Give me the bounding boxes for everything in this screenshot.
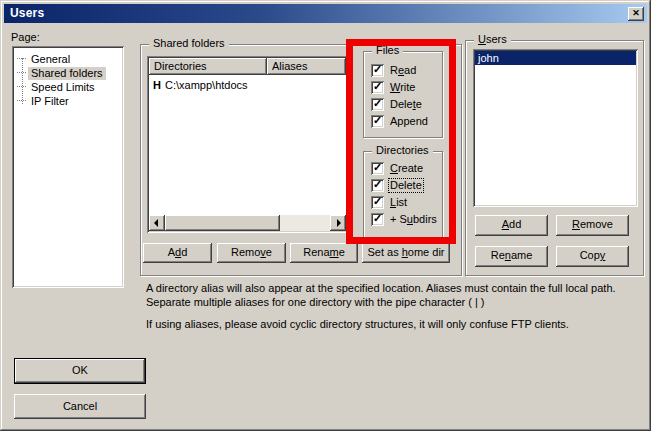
check-icon: ✓ [373, 212, 382, 225]
sidebar-item-shared-folders[interactable]: Shared folders [14, 66, 122, 80]
column-header-directories[interactable]: Directories [149, 58, 267, 75]
column-header-aliases[interactable]: Aliases [267, 58, 346, 75]
add-user-button[interactable]: Add [475, 215, 548, 236]
check-icon: ✓ [373, 80, 382, 93]
checkbox-box[interactable]: ✓ [371, 179, 384, 192]
scroll-left-icon [154, 219, 158, 227]
checkbox-box[interactable]: ✓ [371, 98, 384, 111]
checkbox-box[interactable]: ✓ [371, 115, 384, 128]
scrollbar-thumb[interactable] [165, 215, 280, 231]
alias-help-paragraph-2: If using aliases, please avoid cyclic di… [146, 317, 645, 331]
check-icon: ✓ [373, 97, 382, 110]
scroll-right-icon [337, 219, 341, 227]
users-group-label: Users [474, 33, 511, 46]
checkbox-label: Append [389, 115, 429, 128]
scroll-left-button[interactable] [149, 215, 165, 231]
check-icon: ✓ [373, 161, 382, 174]
set-as-home-dir-button[interactable]: Set as home dir [362, 243, 450, 263]
remove-user-button[interactable]: Remove [556, 215, 629, 236]
checkbox-label: List [389, 196, 408, 209]
checkbox-label: Write [389, 81, 416, 94]
users-listbox[interactable]: john [473, 49, 638, 207]
directory-path: C:\xampp\htdocs [165, 79, 248, 91]
listview-header: Directories Aliases [149, 58, 346, 75]
title-bar[interactable]: Users [4, 4, 647, 23]
directories-listview[interactable]: Directories Aliases H C:\xampp\htdocs [147, 56, 348, 233]
checkbox-subdirs[interactable]: ✓ + Subdirs [371, 213, 438, 226]
checkbox-label: Read [389, 64, 417, 77]
close-icon: ✕ [632, 8, 640, 18]
sidebar-item-label-selected[interactable]: Shared folders [28, 67, 106, 80]
checkbox-delete-file[interactable]: ✓ Delete [371, 98, 423, 111]
add-directory-button[interactable]: Add [143, 243, 212, 263]
page-tree: General Shared folders Speed Limits IP F… [12, 46, 124, 288]
checkbox-box[interactable]: ✓ [371, 196, 384, 209]
sidebar-item-ip-filter[interactable]: IP Filter [14, 94, 122, 108]
table-row[interactable]: H C:\xampp\htdocs [149, 75, 346, 92]
check-icon: ✓ [373, 63, 382, 76]
check-icon: ✓ [373, 114, 382, 127]
alias-help-text: A directory alias will also appear at th… [146, 281, 645, 339]
tree-line [22, 58, 23, 104]
checkbox-box[interactable]: ✓ [371, 162, 384, 175]
checkbox-read[interactable]: ✓ Read [371, 64, 417, 77]
rename-user-button[interactable]: Rename [475, 246, 548, 267]
checkbox-delete-dir[interactable]: ✓ Delete [371, 179, 423, 192]
remove-directory-button[interactable]: Remove [217, 243, 286, 263]
shared-folders-group-label: Shared folders [149, 37, 229, 50]
scroll-right-button[interactable] [330, 215, 346, 231]
home-marker: H [149, 79, 165, 91]
checkbox-box[interactable]: ✓ [371, 64, 384, 77]
check-icon: ✓ [373, 178, 382, 191]
rename-directory-button[interactable]: Rename [290, 243, 358, 263]
users-group: Users john Add Remove Rename Copy [465, 40, 644, 276]
alias-help-paragraph-1: A directory alias will also appear at th… [146, 281, 645, 309]
directories-group: Directories ✓ Create ✓ Delete ✓ List ✓ +… [363, 151, 443, 238]
files-group-label: Files [372, 44, 403, 57]
checkbox-box[interactable]: ✓ [371, 213, 384, 226]
checkbox-append[interactable]: ✓ Append [371, 115, 429, 128]
checkbox-label: Delete [389, 98, 423, 111]
checkbox-label-focused: Delete [389, 179, 423, 192]
checkbox-create[interactable]: ✓ Create [371, 162, 424, 175]
cancel-button[interactable]: Cancel [14, 394, 146, 419]
shared-folders-group: Shared folders Directories Aliases H C:\… [140, 44, 462, 276]
sidebar-item-speed-limits[interactable]: Speed Limits [14, 80, 122, 94]
page-label: Page: [11, 31, 40, 43]
sidebar-item-label[interactable]: Speed Limits [28, 81, 98, 94]
scrollbar-track[interactable] [280, 215, 330, 231]
sidebar-item-general[interactable]: General [14, 52, 122, 66]
check-icon: ✓ [373, 195, 382, 208]
files-group: Files ✓ Read ✓ Write ✓ Delete ✓ Append [363, 51, 443, 138]
sidebar-item-label[interactable]: General [28, 53, 73, 66]
sidebar-item-label[interactable]: IP Filter [28, 95, 72, 108]
checkbox-label: + Subdirs [389, 213, 438, 226]
close-button[interactable]: ✕ [628, 7, 644, 21]
copy-user-button[interactable]: Copy [556, 246, 629, 267]
checkbox-list[interactable]: ✓ List [371, 196, 408, 209]
ok-button[interactable]: OK [14, 358, 146, 384]
checkbox-write[interactable]: ✓ Write [371, 81, 416, 94]
directories-group-label: Directories [372, 144, 433, 157]
horizontal-scrollbar[interactable] [149, 215, 346, 231]
checkbox-label: Create [389, 162, 424, 175]
list-item-user-selected[interactable]: john [475, 51, 636, 65]
window-title: Users [10, 6, 44, 20]
checkbox-box[interactable]: ✓ [371, 81, 384, 94]
